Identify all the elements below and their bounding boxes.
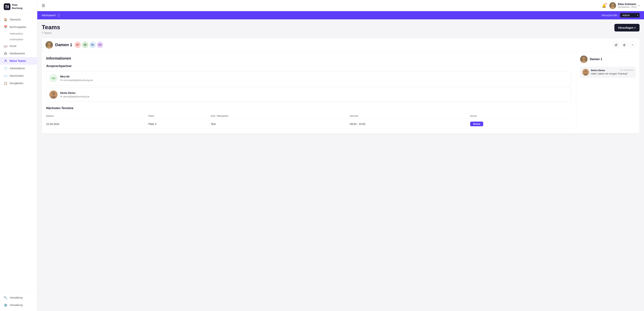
delete-team-button[interactable]	[621, 41, 628, 48]
contacts-section-title: Ansprechpartner	[46, 64, 572, 68]
person-icon	[4, 59, 8, 63]
book-icon: 📖	[4, 44, 8, 48]
info-icon[interactable]: i	[57, 14, 60, 17]
role-select-wrapper: Admin User Moderator ▾	[620, 13, 640, 17]
team-name: Damen 1	[55, 42, 72, 47]
sidebar-item-label: Verwaltung	[10, 304, 22, 307]
team-title-block: Damen 1 EF MI SK ES	[46, 41, 103, 49]
gear-icon: ⚙️	[4, 303, 8, 307]
svg-point-6	[612, 4, 614, 6]
team-avatar	[46, 41, 53, 49]
cell-platz: Platz 3	[148, 119, 211, 129]
sidebar-item-wettbewerbe[interactable]: Wettbewerbe	[0, 50, 37, 57]
add-team-button[interactable]: Hinzufügen +	[614, 24, 640, 31]
calendar-icon: 📅	[4, 25, 8, 29]
sidebar-item-buchungsplan[interactable]: 📅 Buchungsplan	[0, 23, 37, 31]
sidebar-navigation: 🏠 Übersicht 📅 Buchungsplan Hallenplätze …	[0, 13, 37, 292]
svg-rect-1	[6, 7, 7, 8]
sidebar-item-verwaltung2[interactable]: ⚙️ Verwaltung	[0, 301, 37, 309]
menu-button[interactable]: ☰	[42, 3, 45, 8]
admin-banner: Adminpanel i Benutzerrolle: Admin User M…	[37, 11, 644, 19]
sidebar-item-label: Außenplätze	[10, 38, 23, 41]
svg-point-18	[584, 70, 587, 72]
contact-item: Demo Demo ✉ demo@platzbuchung.de	[46, 87, 572, 102]
member-avatar-ef: EF	[74, 42, 81, 48]
admin-panel-label: Adminpanel	[42, 14, 56, 17]
event-badge: Einzel	[470, 122, 483, 126]
team-info-panel: Informationen Ansprechpartner UU Mira It…	[42, 52, 576, 134]
mail-icon: ✉	[60, 79, 62, 82]
svg-point-15	[582, 57, 585, 60]
sidebar-bottom: 🔧 Verwaltung ⚙️ Verwaltung	[0, 292, 37, 311]
svg-point-9	[48, 43, 50, 45]
sidebar-item-label: Neuigkeiten	[10, 82, 24, 85]
chat-panel: Damen 1 Demo Demo Hallo, habe	[576, 52, 640, 134]
chevron-down-icon: ▾	[638, 4, 640, 7]
team-card-actions	[613, 41, 636, 48]
sidebar-item-verwaltung1[interactable]: 🔧 Verwaltung	[0, 294, 37, 301]
document-icon: 📄	[4, 66, 8, 70]
cell-uhrzeit: 09:00 - 10:00	[350, 119, 470, 129]
termine-table: Datum Platz Info / Mitspieler Uhrzeit Ev…	[46, 113, 572, 129]
sidebar-item-label: Wettbewerbe	[10, 52, 25, 55]
sidebar-item-neuigkeiten[interactable]: 📋 Neuigkeiten	[0, 79, 37, 87]
app-logo: Platz Buchung	[0, 0, 37, 13]
sidebar-item-label: Buchungsplan	[10, 25, 26, 28]
col-uhrzeit: Uhrzeit	[350, 113, 470, 119]
home-icon: 🏠	[4, 18, 8, 21]
cell-event: Einzel	[470, 119, 572, 129]
sidebar-item-label: Meine Teams	[10, 59, 26, 62]
sidebar: Platz Buchung 🏠 Übersicht 📅 Buchungsplan…	[0, 0, 37, 311]
user-avatar	[609, 2, 616, 9]
chat-team-name: Damen 1	[590, 57, 602, 61]
contact-email-text: demo@platzbuchung.de	[63, 95, 90, 98]
sidebar-item-uebersicht[interactable]: 🏠 Übersicht	[0, 16, 37, 23]
edit-team-button[interactable]	[613, 41, 620, 48]
col-info: Info / Mitspieler	[211, 113, 350, 119]
sidebar-item-meine-teams[interactable]: Meine Teams	[0, 57, 37, 65]
topbar: ☰ 🔔 Elias Gutmann Steckkarten: 1	[37, 0, 644, 11]
sidebar-item-nachrichten[interactable]: ✉️ Nachrichten	[0, 72, 37, 79]
svg-marker-3	[4, 52, 7, 55]
sidebar-item-label: Nachrichten	[10, 74, 24, 77]
sidebar-item-arbeitsdienst[interactable]: 📄 Arbeitsdienst	[0, 65, 37, 72]
mail-icon: ✉	[60, 95, 62, 98]
contact-email: ✉ mira.itoe@platzbuchung.de	[60, 79, 568, 82]
chat-message-avatar	[582, 69, 589, 76]
member-avatar-mi: MI	[82, 42, 88, 48]
chat-team-avatar	[580, 55, 588, 63]
user-details: Elias Gutmann Steckkarten: 10/10	[618, 2, 636, 9]
collapse-team-button[interactable]	[629, 41, 636, 48]
sidebar-item-kurse[interactable]: 📖 Kurse	[0, 42, 37, 50]
sidebar-item-hallenplaetze[interactable]: Hallenplätze	[0, 31, 37, 36]
sidebar-item-aussenplaetze[interactable]: Außenplätze	[0, 36, 37, 42]
member-avatar-es: ES	[97, 42, 103, 48]
admin-banner-right: Benutzerrolle: Admin User Moderator ▾	[602, 13, 640, 17]
logo-icon	[4, 3, 10, 10]
page-header: Teams 7 Teams Hinzufügen +	[42, 24, 640, 34]
col-event: Event	[470, 113, 572, 119]
contact-details-demo: Demo Demo ✉ demo@platzbuchung.de	[60, 91, 568, 98]
termine-section: Nächsten Termine Datum Platz Info / Mits…	[46, 106, 572, 129]
admin-banner-left: Adminpanel i	[42, 14, 60, 17]
add-button-label: Hinzufügen +	[618, 26, 636, 29]
notification-dot	[605, 3, 607, 4]
mail-icon: ✉️	[4, 74, 8, 78]
contact-avatar-mira: UU	[50, 74, 58, 82]
team-card-header: Damen 1 EF MI SK ES	[42, 38, 640, 52]
svg-point-12	[52, 92, 55, 95]
sidebar-item-label: Hallenplätze	[10, 32, 23, 35]
contact-item: UU Mira Itō ✉ mira.itoe@platzbuchung.de	[46, 71, 572, 85]
notification-bell[interactable]: 🔔	[602, 3, 606, 8]
role-select[interactable]: Admin User Moderator	[620, 13, 640, 17]
cell-datum: 22.04.2024	[46, 119, 148, 129]
col-datum: Datum	[46, 113, 148, 119]
user-meta: Steckkarten: 10/10	[618, 6, 636, 9]
col-platz: Platz	[148, 113, 211, 119]
svg-rect-2	[8, 5, 9, 8]
sidebar-item-label: Arbeitsdienst	[10, 67, 25, 70]
user-menu[interactable]: Elias Gutmann Steckkarten: 10/10 ▾	[609, 2, 640, 9]
contact-name: Demo Demo	[60, 91, 568, 94]
contact-email: ✉ demo@platzbuchung.de	[60, 95, 568, 98]
termine-section-title: Nächsten Termine	[46, 106, 572, 110]
